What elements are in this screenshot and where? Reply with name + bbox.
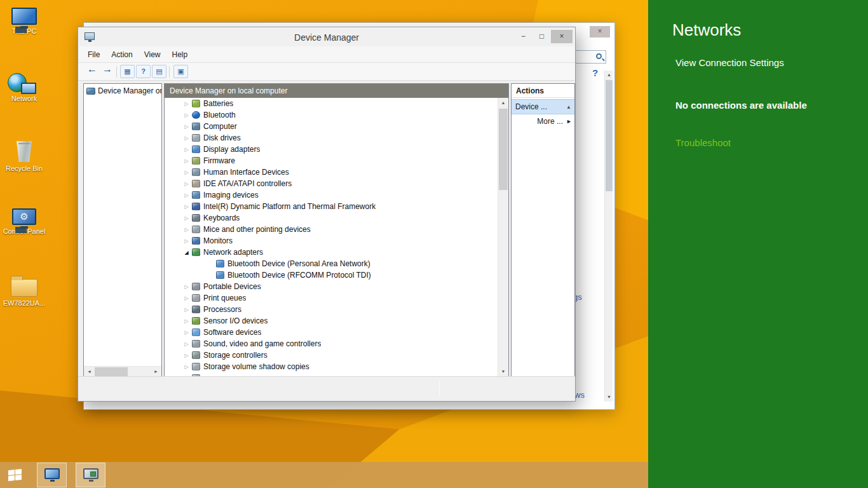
console-tree-icon[interactable]: ▦ [120,65,135,78]
tree-item-label: Bluetooth [203,111,236,119]
tree-item[interactable]: ▷Sound, video and game controllers [165,338,498,349]
taskbar-button-display-settings[interactable] [37,463,67,487]
tree-item[interactable]: Bluetooth Device (Personal Area Network) [165,258,498,269]
console-root-item[interactable]: Device Manager or [84,84,161,97]
menu-file[interactable]: File [82,48,105,62]
expand-arrow-icon[interactable]: ▷ [182,353,191,358]
tree-item[interactable]: ▷Intel(R) Dynamic Platform and Thermal F… [165,201,498,212]
menu-action[interactable]: Action [105,48,138,62]
expand-arrow-icon[interactable]: ▷ [182,158,191,164]
expand-arrow-icon[interactable]: ▷ [182,193,191,198]
tree-item[interactable]: ▷Keyboards [165,212,498,224]
expand-arrow-icon[interactable]: ▷ [182,341,191,347]
minimize-button[interactable]: − [514,30,532,43]
truncated-link-text[interactable]: ws [574,390,585,400]
help-icon[interactable]: ? [136,65,151,78]
desktop-icon-folder-ew7822ua[interactable]: EW7822UA... [3,273,46,308]
tree-item[interactable]: ▷IDE ATA/ATAPI controllers [165,178,498,189]
menu-view[interactable]: View [139,48,166,62]
expand-arrow-icon[interactable]: ▷ [182,295,191,301]
scroll-down-icon[interactable]: ▼ [605,393,613,402]
expand-arrow-icon[interactable]: ▷ [182,170,191,175]
tree-item[interactable]: ▷Sensor I/O devices [165,315,498,327]
tree-item[interactable]: ▷Firmware [165,155,498,166]
tree-item[interactable]: ▷Mice and other pointing devices [165,224,498,235]
scroll-down-icon[interactable]: ▼ [498,367,508,377]
tree-item[interactable]: ▷Print queues [165,292,498,304]
tree-item[interactable]: ▷Human Interface Devices [165,166,498,178]
tree-item[interactable]: ▷Imaging devices [165,189,498,201]
horizontal-scrollbar[interactable]: ◄ ► [84,366,161,377]
forward-icon[interactable]: → [102,64,112,75]
vertical-scrollbar[interactable]: ▲ ▼ [604,71,613,402]
device-category-icon [192,226,200,233]
desktop-icon-network[interactable]: Network [3,71,46,103]
collapse-arrow-icon[interactable]: ◢ [182,250,191,255]
tree-item[interactable]: Bluetooth Device (RFCOMM Protocol TDI) [165,269,498,281]
scroll-up-icon[interactable]: ▲ [605,71,613,79]
scroll-up-icon[interactable]: ▲ [498,98,508,108]
view-connection-settings-link[interactable]: View Connection Settings [675,57,784,68]
device-category-icon [192,317,200,325]
expand-arrow-icon[interactable]: ▷ [182,181,191,187]
expand-arrow-icon[interactable]: ▷ [182,215,191,221]
vertical-scrollbar[interactable]: ▲ ▼ [498,98,508,377]
desktop-icon-this-pc[interactable]: This PC [3,5,46,36]
back-icon[interactable]: ← [87,64,97,75]
expand-arrow-icon[interactable]: ▷ [182,364,191,370]
scrollbar-thumb[interactable] [499,109,508,190]
computer-properties-icon[interactable]: ▣ [173,65,188,78]
help-icon[interactable]: ? [592,67,598,78]
more-actions-item[interactable]: More ... ► [512,114,574,128]
tree-item[interactable]: ▷Display adapters [165,144,498,155]
tree-item[interactable]: ▷Batteries [165,98,498,109]
submenu-arrow-icon: ► [566,114,572,128]
device-category-icon [216,271,224,279]
maximize-button[interactable]: □ [532,30,551,43]
close-icon[interactable]: × [590,26,610,37]
expand-arrow-icon[interactable]: ▷ [182,318,191,324]
expand-arrow-icon[interactable]: ▷ [182,112,191,118]
desktop-icon-recycle-bin[interactable]: Recycle Bin [3,139,46,173]
troubleshoot-link[interactable]: Troubleshoot [675,137,731,148]
tree-item[interactable]: ▷Portable Devices [165,281,498,292]
tree-item[interactable]: ▷Monitors [165,235,498,247]
tree-item-label: Sound, video and game controllers [203,339,321,348]
expand-arrow-icon[interactable]: ▷ [182,204,191,210]
this-pc-icon [11,8,37,25]
tree-item[interactable]: ◢Network adapters [165,247,498,258]
tree-item[interactable]: ▷Storage volume shadow copies [165,361,498,372]
expand-arrow-icon[interactable]: ▷ [182,124,191,130]
collapse-section-icon[interactable]: ▲ [566,100,571,114]
tree-item[interactable]: ▷Storage controllers [165,349,498,361]
desktop-icon-control-panel[interactable]: Control Panel [3,206,46,236]
expand-arrow-icon[interactable]: ▷ [182,135,191,141]
tree-item[interactable]: ▷Disk drives [165,132,498,144]
scroll-left-icon[interactable]: ◄ [84,367,95,377]
expand-arrow-icon[interactable]: ▷ [182,238,191,244]
scrollbar-track[interactable] [95,367,151,377]
expand-arrow-icon[interactable]: ▷ [182,227,191,233]
close-button[interactable]: × [551,30,573,43]
tree-item[interactable]: ▷Computer [165,121,498,132]
tree-item[interactable]: ▷Bluetooth [165,109,498,121]
scrollbar-thumb[interactable] [606,80,613,191]
tree-item-label: Mice and other pointing devices [203,225,311,234]
expand-arrow-icon[interactable]: ▷ [182,101,191,107]
expand-arrow-icon[interactable]: ▷ [182,307,191,313]
standard-view-icon[interactable]: ▤ [152,65,166,78]
tree-item[interactable]: ▷Processors [165,304,498,315]
expand-arrow-icon[interactable]: ▷ [182,330,191,336]
tree-item[interactable]: ▷Software devices [165,327,498,338]
menu-help[interactable]: Help [166,48,194,62]
taskbar-button-device-manager[interactable] [76,463,105,487]
actions-section-header[interactable]: Device ... ▲ [512,99,574,114]
tree-item-label: Monitors [203,236,233,245]
tree-item-label: Storage controllers [203,351,268,360]
start-button[interactable] [0,462,31,488]
title-bar[interactable]: Device Manager − □ × [78,27,575,46]
expand-arrow-icon[interactable]: ▷ [182,284,191,290]
expand-arrow-icon[interactable]: ▷ [182,147,191,152]
scrollbar-thumb[interactable] [95,367,128,376]
scroll-right-icon[interactable]: ► [151,367,161,377]
